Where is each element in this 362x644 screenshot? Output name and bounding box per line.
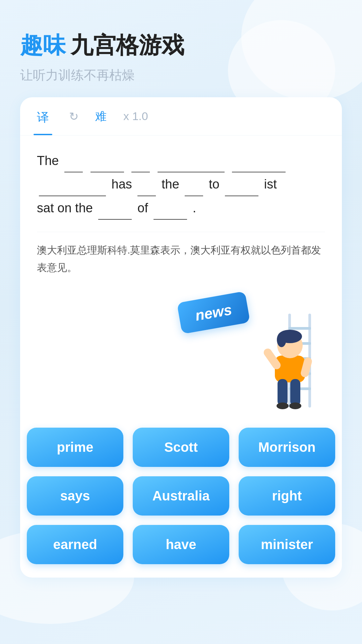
word-the-1: The	[37, 154, 59, 168]
word-the-2: the	[162, 177, 179, 191]
news-badge: news	[177, 291, 250, 334]
word-btn-says[interactable]: says	[27, 476, 123, 516]
illustration-area: news	[20, 287, 342, 414]
svg-point-10	[277, 332, 286, 347]
main-card: 译 ↻ 难 x 1.0 The has the	[20, 97, 342, 578]
svg-rect-13	[278, 379, 288, 406]
sentence-area: The has the to ist sat on the of	[37, 149, 325, 220]
blank-1	[64, 172, 83, 172]
svg-rect-14	[290, 379, 300, 406]
word-of: of	[137, 201, 148, 215]
svg-rect-7	[275, 356, 305, 382]
word-to: to	[209, 177, 220, 191]
character-illustration	[248, 293, 332, 414]
word-btn-australia[interactable]: Australia	[133, 476, 229, 516]
translation-area: 澳大利亚总理斯科特.莫里森表示，澳大利亚有权就以色列首都发表意见。	[37, 232, 325, 277]
blank-8	[185, 196, 203, 196]
blank-9	[225, 196, 258, 196]
word-btn-prime[interactable]: prime	[27, 428, 123, 467]
tab-speed[interactable]: x 1.0	[123, 110, 148, 123]
blank-10	[98, 219, 132, 220]
blank-3	[131, 172, 150, 172]
word-btn-earned[interactable]: earned	[27, 525, 123, 564]
svg-point-16	[289, 402, 301, 409]
card-tabs: 译 ↻ 难 x 1.0	[20, 97, 342, 136]
word-grid: prime Scott Morrison says Australia righ…	[20, 421, 342, 578]
title-highlight: 趣味	[20, 30, 66, 61]
blank-7	[137, 196, 156, 196]
word-has: has	[112, 177, 132, 191]
tab-refresh-icon[interactable]: ↻	[69, 110, 78, 123]
page-header: 趣味 九宫格游戏 让听力训练不再枯燥	[20, 30, 342, 84]
svg-point-15	[277, 402, 289, 409]
tab-difficulty[interactable]: 难	[95, 109, 107, 124]
word-btn-right[interactable]: right	[239, 476, 335, 516]
blank-11	[154, 219, 187, 220]
title-row: 趣味 九宫格游戏	[20, 30, 342, 61]
subtitle: 让听力训练不再枯燥	[20, 67, 342, 84]
blank-4	[158, 172, 225, 172]
title-main: 九宫格游戏	[70, 30, 184, 61]
card-body: The has the to ist sat on the of	[20, 136, 342, 287]
blank-2	[90, 172, 124, 172]
word-btn-scott[interactable]: Scott	[133, 428, 229, 467]
blank-6	[39, 196, 106, 196]
word-period: .	[193, 201, 196, 215]
blank-5	[232, 172, 286, 172]
word-btn-minister[interactable]: minister	[239, 525, 335, 564]
word-btn-morrison[interactable]: Morrison	[239, 428, 335, 467]
word-sat: sat on the	[37, 201, 93, 215]
word-ist: ist	[264, 177, 277, 191]
tab-translate[interactable]: 译	[34, 97, 52, 135]
svg-rect-2	[288, 327, 311, 330]
word-btn-have[interactable]: have	[133, 525, 229, 564]
